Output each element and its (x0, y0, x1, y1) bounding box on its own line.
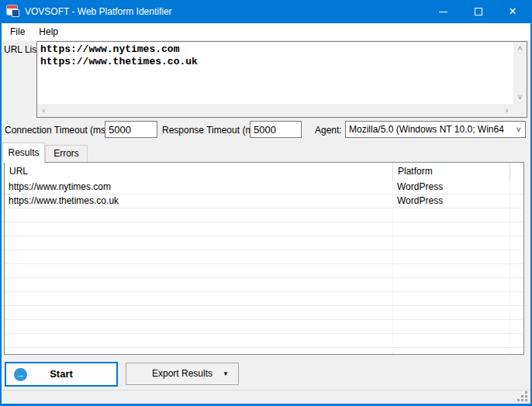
table-row[interactable] (5, 264, 523, 278)
table-cell (5, 292, 393, 305)
close-icon: ✕ (509, 0, 517, 23)
table-cell (510, 306, 523, 319)
table-row[interactable] (5, 348, 523, 355)
table-cell (5, 222, 393, 236)
response-timeout-label: Response Timeout (ms): (162, 125, 264, 136)
table-cell (393, 208, 510, 222)
table-row[interactable] (5, 236, 523, 250)
tab-errors[interactable]: Errors (45, 145, 88, 162)
export-results-label: Export Results (126, 363, 238, 384)
table-cell (510, 348, 523, 355)
table-cell: https://www.thetimes.co.uk (5, 194, 393, 208)
url-list-value[interactable]: https://www.nytimes.com https://www.thet… (37, 42, 513, 104)
table-row[interactable] (5, 208, 523, 222)
memo-horizontal-scrollbar[interactable]: ‹ › (37, 104, 513, 117)
tab-strip: ResultsErrors (0, 143, 532, 163)
resize-grip[interactable] (517, 391, 527, 401)
response-timeout-input[interactable] (250, 121, 302, 138)
table-cell (5, 208, 393, 222)
column-header-url[interactable]: URL (5, 163, 393, 181)
table-row[interactable] (5, 250, 523, 264)
column-header-platform[interactable]: Platform (393, 163, 510, 181)
url-list-memo[interactable]: https://www.nytimes.com https://www.thet… (36, 41, 527, 118)
table-row[interactable] (5, 320, 523, 334)
table-row[interactable] (5, 278, 523, 292)
menu-item-help[interactable]: Help (32, 23, 65, 40)
table-cell (510, 292, 523, 305)
table-cell (393, 292, 510, 305)
table-row[interactable]: https://www.nytimes.comWordPress (5, 181, 523, 194)
table-cell (5, 306, 393, 319)
app-window: VOVSOFT - Web Platform Identifier ✕ File… (0, 0, 532, 406)
app-icon (7, 5, 19, 18)
agent-selected-value: Mozilla/5.0 (Windows NT 10.0; Win64 (349, 122, 513, 137)
chevron-down-icon: ˅ (516, 122, 521, 137)
menu-item-file[interactable]: File (3, 23, 32, 40)
table-cell (393, 250, 510, 263)
table-cell (510, 236, 523, 249)
window-border-left (0, 0, 2, 406)
export-results-button[interactable]: Export Results ▼ (126, 363, 239, 385)
table-row[interactable]: https://www.thetimes.co.ukWordPress (5, 194, 523, 208)
table-cell (393, 264, 510, 277)
minimize-button[interactable] (425, 0, 461, 23)
window-title: VOVSOFT - Web Platform Identifier (25, 0, 172, 23)
table-cell (393, 278, 510, 291)
table-cell (5, 236, 393, 249)
table-cell (510, 194, 523, 208)
table-cell (510, 278, 523, 291)
maximize-icon (475, 8, 482, 15)
table-row[interactable] (5, 306, 523, 320)
agent-select[interactable]: Mozilla/5.0 (Windows NT 10.0; Win64 ˅ (345, 121, 526, 138)
table-cell (510, 334, 523, 347)
maximize-button[interactable] (461, 0, 496, 23)
table-cell (510, 222, 523, 236)
table-cell (393, 348, 510, 355)
memo-vertical-scrollbar[interactable]: ˄ ˅ (513, 42, 527, 104)
table-cell (5, 278, 393, 291)
table-cell (393, 320, 510, 333)
table-cell (393, 236, 510, 249)
table-cell: WordPress (393, 194, 510, 208)
connection-timeout-input[interactable] (105, 121, 157, 138)
table-row[interactable] (5, 334, 523, 348)
menu-bar: FileHelp (2, 23, 530, 40)
results-table: URLPlatform https://www.nytimes.comWordP… (4, 162, 524, 355)
table-cell (5, 348, 393, 355)
tab-results[interactable]: Results (2, 143, 45, 163)
dropdown-caret-icon: ▼ (223, 363, 229, 384)
table-cell: https://www.nytimes.com (5, 181, 393, 194)
table-row[interactable] (5, 292, 523, 306)
table-cell (510, 208, 523, 222)
start-arrow-icon: → (14, 368, 27, 381)
table-cell (5, 250, 393, 263)
table-cell: WordPress (393, 181, 510, 194)
table-cell (393, 334, 510, 347)
scroll-down-icon[interactable]: ˅ (513, 91, 527, 104)
table-cell (510, 250, 523, 263)
close-button[interactable]: ✕ (495, 0, 530, 23)
table-row[interactable] (5, 222, 523, 236)
table-cell (5, 334, 393, 347)
table-cell (510, 181, 523, 194)
column-header-extra[interactable] (510, 163, 523, 181)
scroll-left-icon[interactable]: ‹ (37, 104, 50, 117)
connection-timeout-label: Connection Timeout (ms): (5, 125, 111, 136)
status-bar-separator (2, 390, 530, 391)
minimize-icon (439, 12, 447, 12)
table-header: URLPlatform (5, 163, 523, 181)
table-cell (510, 264, 523, 277)
titlebar[interactable]: VOVSOFT - Web Platform Identifier ✕ (0, 0, 532, 23)
table-cell (510, 320, 523, 333)
table-cell (5, 320, 393, 333)
scroll-right-icon[interactable]: › (500, 104, 513, 117)
start-button[interactable]: Start → (5, 362, 118, 387)
table-cell (5, 264, 393, 277)
table-body: https://www.nytimes.comWordPresshttps://… (5, 181, 523, 355)
scrollbar-corner (513, 104, 527, 117)
table-cell (393, 222, 510, 236)
agent-label: Agent: (315, 125, 342, 136)
table-cell (393, 306, 510, 319)
scroll-up-icon[interactable]: ˄ (513, 42, 527, 55)
